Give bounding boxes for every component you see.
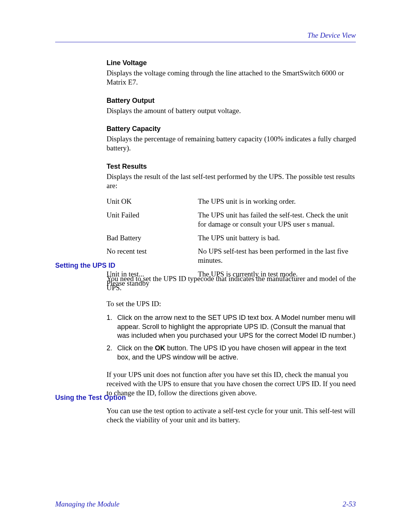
- main-content: Line Voltage Displays the voltage coming…: [107, 59, 358, 292]
- result-row: Bad Battery The UPS unit battery is bad.: [107, 233, 358, 243]
- result-row: Unit OK The UPS unit is in working order…: [107, 197, 358, 206]
- result-desc: No UPS self-test has been performed in t…: [198, 247, 358, 265]
- header-rule: [55, 42, 356, 42]
- result-term: No recent test: [107, 247, 198, 256]
- test-text: You can use the test option to activate …: [107, 406, 358, 425]
- term-heading-battery-capacity: Battery Capacity: [107, 125, 358, 133]
- result-desc: The UPS unit has failed the self-test. C…: [198, 211, 358, 229]
- term-text-test-results: Displays the result of the last self-tes…: [107, 172, 358, 190]
- result-row: No recent test No UPS self-test has been…: [107, 247, 358, 265]
- term-heading-test-results: Test Results: [107, 163, 358, 171]
- page-header: The Device View: [55, 31, 356, 42]
- term-text-battery-output: Displays the amount of battery output vo…: [107, 106, 358, 115]
- list-text: Click on the OK button. The UPS ID you h…: [117, 344, 358, 362]
- header-title: The Device View: [55, 31, 356, 42]
- result-term: Unit OK: [107, 197, 198, 206]
- list-text: Click on the arrow next to the SET UPS I…: [117, 313, 358, 340]
- section-heading-ups-id: Setting the UPS ID: [55, 262, 115, 270]
- step2-bold: OK: [155, 344, 165, 352]
- test-section-content: You can use the test option to activate …: [107, 406, 358, 435]
- term-text-line-voltage: Displays the voltage coming through the …: [107, 69, 358, 87]
- list-number: 1.: [107, 313, 117, 322]
- ups-intro-1: You need to set the UPS ID typecode that…: [107, 274, 358, 292]
- ups-section-content: You need to set the UPS ID typecode that…: [107, 274, 358, 397]
- result-desc: The UPS unit is in working order.: [198, 197, 358, 206]
- result-row: Unit Failed The UPS unit has failed the …: [107, 211, 358, 229]
- ups-steps-list: 1. Click on the arrow next to the SET UP…: [107, 313, 358, 362]
- ups-outro: If your UPS unit does not function after…: [107, 370, 358, 397]
- page-footer: Managing the Module 2-53: [55, 500, 356, 508]
- list-item: 1. Click on the arrow next to the SET UP…: [107, 313, 358, 340]
- result-term: Unit Failed: [107, 211, 198, 220]
- term-text-battery-capacity: Displays the percentage of remaining bat…: [107, 134, 358, 153]
- ups-intro-2: To set the UPS ID:: [107, 299, 358, 308]
- term-heading-line-voltage: Line Voltage: [107, 59, 358, 67]
- step2-pre: Click on the: [117, 344, 155, 352]
- footer-right: 2-53: [342, 500, 356, 508]
- list-number: 2.: [107, 344, 117, 353]
- result-term: Bad Battery: [107, 233, 198, 243]
- list-item: 2. Click on the OK button. The UPS ID yo…: [107, 344, 358, 362]
- section-heading-test-option: Using the Test Option: [55, 394, 126, 402]
- term-heading-battery-output: Battery Output: [107, 97, 358, 105]
- page: The Device View Line Voltage Displays th…: [0, 0, 411, 532]
- result-desc: The UPS unit battery is bad.: [198, 233, 358, 243]
- footer-left: Managing the Module: [55, 500, 119, 508]
